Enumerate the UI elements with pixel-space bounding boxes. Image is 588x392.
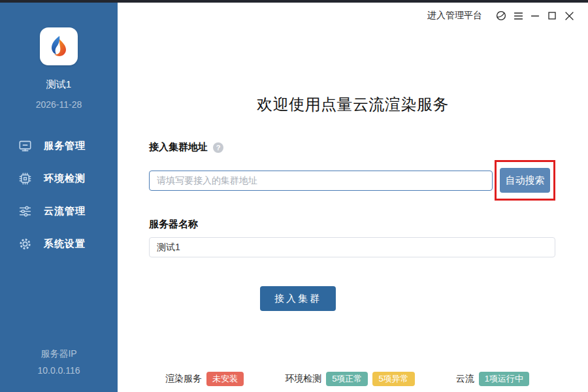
- annotation-red-box: 自动搜索: [495, 160, 555, 201]
- cluster-address-label-row: 接入集群地址 ?: [149, 141, 555, 154]
- maximize-icon[interactable]: [544, 7, 561, 24]
- page-title: 欢迎使用点量云流渲染服务: [118, 94, 588, 115]
- window-top-strip: [0, 0, 588, 3]
- environment-error-badge: 5项异常: [372, 372, 414, 386]
- sidebar-item-label: 云流管理: [44, 205, 86, 218]
- sidebar-item-environment-check[interactable]: 环境检测: [0, 162, 118, 195]
- globe-icon[interactable]: [493, 7, 510, 24]
- server-ip-label: 服务器IP: [0, 345, 118, 362]
- sidebar-item-system-settings[interactable]: 系统设置: [0, 227, 118, 260]
- menu-icon[interactable]: [510, 7, 527, 24]
- environment-ok-badge: 5项正常: [326, 372, 368, 386]
- app-logo: [40, 27, 78, 65]
- sidebar-item-service-management[interactable]: 服务管理: [0, 129, 118, 162]
- cluster-address-input[interactable]: [149, 171, 493, 191]
- cluster-address-label: 接入集群地址: [149, 141, 208, 154]
- titlebar: 进入管理平台: [118, 3, 588, 29]
- flame-logo-icon: [46, 33, 72, 59]
- sidebar-menu: 服务管理 环境检测: [0, 129, 118, 260]
- cloud-stream-badge: 1项运行中: [479, 372, 529, 386]
- sidebar-server-name: 测试1: [0, 78, 118, 91]
- environment-check-label: 环境检测: [285, 373, 321, 385]
- render-service-label: 渲染服务: [165, 373, 202, 385]
- enter-management-platform-link[interactable]: 进入管理平台: [427, 10, 482, 22]
- gear-icon: [18, 237, 32, 251]
- server-name-label: 服务器名称: [149, 218, 198, 231]
- cloud-stream-status: 云流 1项运行中: [456, 372, 529, 386]
- close-icon[interactable]: [561, 7, 578, 24]
- environment-check-status: 环境检测 5项正常 5项异常: [285, 372, 414, 386]
- main-area: 进入管理平台 欢迎使用: [118, 3, 588, 392]
- server-name-field: 服务器名称: [149, 218, 555, 257]
- join-cluster-form: 接入集群地址 ? 自动搜索 服务器名称 接入集群: [149, 141, 555, 311]
- server-ip-value: 10.0.0.116: [0, 362, 118, 379]
- sidebar-date: 2026-11-28: [0, 99, 118, 110]
- sidebar: 测试1 2026-11-28 服务管理: [0, 0, 118, 392]
- cpu-icon: [18, 172, 32, 186]
- render-service-status: 渲染服务 未安装: [165, 372, 244, 386]
- sliders-icon: [18, 204, 32, 218]
- status-bar: 渲染服务 未安装 环境检测 5项正常 5项异常 云流 1项运行中: [118, 366, 588, 392]
- auto-search-button[interactable]: 自动搜索: [500, 168, 550, 193]
- sidebar-footer: 服务器IP 10.0.0.116: [0, 345, 118, 379]
- sidebar-item-label: 环境检测: [44, 172, 86, 185]
- question-circle-icon[interactable]: ?: [213, 142, 223, 153]
- monitor-icon: [18, 139, 32, 153]
- render-service-badge: 未安装: [206, 372, 244, 386]
- server-name-input[interactable]: [149, 237, 555, 257]
- minimize-icon[interactable]: [527, 7, 544, 24]
- sidebar-item-label: 系统设置: [44, 238, 86, 250]
- sidebar-item-label: 服务管理: [44, 140, 86, 152]
- join-cluster-button[interactable]: 接入集群: [260, 286, 336, 311]
- cloud-stream-label: 云流: [456, 373, 474, 385]
- cluster-address-row: 自动搜索: [149, 160, 555, 201]
- sidebar-item-cloud-stream-management[interactable]: 云流管理: [0, 195, 118, 227]
